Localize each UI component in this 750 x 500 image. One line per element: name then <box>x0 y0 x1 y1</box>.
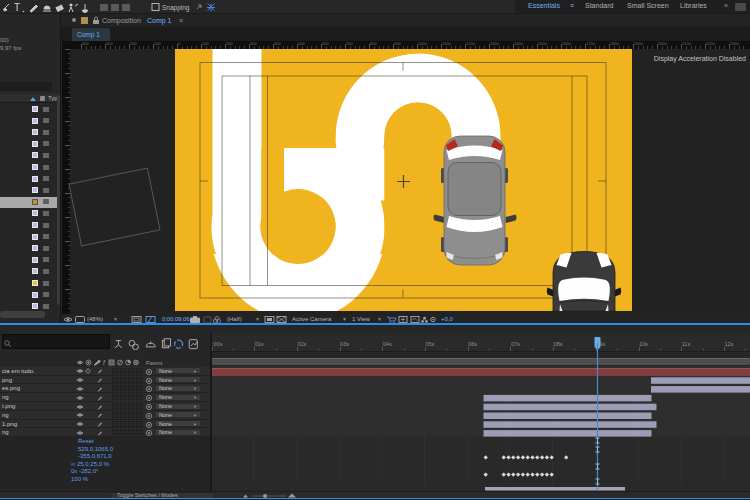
svg-text:f: f <box>103 359 106 366</box>
svg-text:Snapping: Snapping <box>162 4 190 12</box>
svg-text:T: T <box>14 2 20 13</box>
